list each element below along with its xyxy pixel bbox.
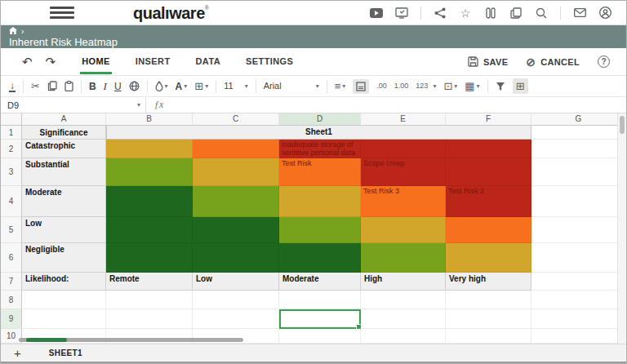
cell[interactable] (22, 291, 106, 309)
heatmap-cell[interactable] (193, 140, 279, 158)
row-header[interactable]: 3 (1, 158, 22, 186)
heatmap-cell[interactable] (106, 158, 193, 186)
cell-a5-label[interactable]: Low (22, 217, 106, 243)
heatmap-cell[interactable] (193, 158, 279, 186)
cell-a3-label[interactable]: Substantial (22, 158, 106, 186)
row-header[interactable]: 2 (1, 140, 22, 158)
cell-a2-label[interactable]: Catastrophic (22, 140, 106, 158)
cell[interactable] (361, 329, 446, 344)
column-header-f[interactable]: F (446, 113, 531, 126)
column-header-b[interactable]: B (106, 113, 193, 126)
cell[interactable] (531, 158, 626, 186)
number-format-button[interactable]: 123▾ (416, 82, 436, 90)
heatmap-cell[interactable] (106, 217, 193, 243)
cell-b1-f1-sheet-title[interactable]: Sheet1 (106, 126, 531, 140)
heatmap-cell[interactable] (361, 140, 446, 158)
cell-a7-likelihood-label[interactable]: Likelihood: (22, 273, 106, 291)
vertical-scrollbar-thumb[interactable] (620, 116, 625, 134)
column-header-a[interactable]: A (22, 113, 106, 126)
heatmap-cell[interactable] (106, 243, 193, 273)
tab-settings[interactable]: SETTINGS (244, 49, 295, 74)
cell[interactable] (531, 309, 626, 329)
import-icon[interactable]: ↓ (9, 81, 16, 92)
gridlines-toggle[interactable]: ⊞ (513, 78, 528, 94)
star-icon[interactable]: ☆ (459, 7, 472, 20)
screen-share-icon[interactable] (395, 7, 408, 20)
cancel-button[interactable]: ⊘ CANCEL (526, 55, 580, 69)
search-icon[interactable] (535, 7, 548, 20)
grid-corner[interactable] (1, 113, 22, 126)
cell[interactable] (193, 309, 279, 329)
row-header[interactable]: 4 (1, 186, 22, 217)
copy-icon[interactable] (47, 81, 57, 91)
cell[interactable] (193, 291, 279, 309)
cell-name-box[interactable]: D9 ▾ (1, 97, 146, 113)
cell-d7[interactable]: Moderate (279, 273, 361, 291)
namebox-dropdown-icon[interactable]: ▾ (137, 101, 140, 109)
heatmap-cell[interactable] (279, 217, 361, 243)
filter-icon[interactable] (496, 82, 505, 91)
column-header-c[interactable]: C (193, 113, 279, 126)
cell[interactable] (22, 309, 106, 329)
font-family-select[interactable]: Arial▾ (264, 82, 319, 91)
underline-button[interactable]: U (114, 82, 122, 91)
share-icon[interactable] (434, 7, 447, 20)
paste-icon[interactable] (64, 81, 73, 91)
undo-icon[interactable]: ↶ (22, 55, 33, 69)
cell-f7[interactable]: Very high (446, 273, 531, 291)
help-button[interactable]: ? (598, 55, 610, 68)
heatmap-cell[interactable] (193, 243, 279, 273)
row-header[interactable]: 6 (1, 243, 22, 273)
globe-icon[interactable] (129, 81, 140, 91)
heatmap-cell[interactable] (446, 158, 531, 186)
row-header[interactable]: 9 (1, 309, 22, 329)
font-size-select[interactable]: 11▾ (224, 82, 247, 91)
cell[interactable] (531, 273, 626, 291)
heatmap-cell[interactable] (446, 243, 531, 273)
cell-e7[interactable]: High (361, 273, 446, 291)
column-header-g[interactable]: G (531, 113, 626, 126)
vertical-align-button[interactable] (353, 79, 369, 94)
heatmap-cell[interactable] (361, 217, 446, 243)
cell[interactable] (361, 291, 446, 309)
heatmap-cell[interactable]: Test Risk 3 (361, 186, 446, 217)
add-sheet-button[interactable]: + (14, 347, 21, 359)
cell[interactable] (531, 186, 626, 217)
increase-decimal-button[interactable]: 1.00 (394, 82, 409, 90)
heatmap-cell[interactable]: Test Risk 2 (446, 186, 531, 217)
cell[interactable] (106, 309, 193, 329)
cell-a1-significance[interactable]: Significance (22, 126, 106, 140)
heatmap-cell[interactable] (279, 186, 361, 217)
heatmap-cell[interactable]: Inadequate storage of sentitive personal… (279, 140, 361, 158)
home-icon[interactable] (9, 27, 17, 36)
merge-cells-button[interactable]: ⊡▾ (443, 81, 457, 91)
cell-a6-label[interactable]: Negligible (22, 243, 106, 273)
hamburger-menu-icon[interactable] (50, 4, 74, 21)
selected-cell-d9[interactable] (279, 309, 361, 329)
cell[interactable] (531, 291, 626, 309)
cell[interactable] (531, 217, 626, 243)
cell[interactable] (531, 140, 626, 158)
save-button[interactable]: SAVE (468, 56, 508, 67)
cell-style-button[interactable]: ▦▾ (465, 81, 479, 91)
redo-icon[interactable]: ↷ (46, 55, 56, 69)
tab-home[interactable]: HOME (80, 49, 112, 74)
bold-button[interactable]: B (89, 82, 96, 91)
heatmap-cell[interactable] (446, 217, 531, 243)
row-header[interactable]: 5 (1, 217, 22, 243)
italic-button[interactable]: I (104, 81, 107, 91)
cell[interactable] (106, 291, 193, 309)
row-header[interactable]: 8 (1, 291, 22, 309)
fill-color-button[interactable]: ▾ (155, 81, 168, 91)
account-icon[interactable] (598, 7, 611, 20)
cell[interactable] (531, 329, 626, 344)
decrease-decimal-button[interactable]: .00 (376, 82, 387, 90)
text-color-button[interactable]: A▾ (176, 82, 188, 91)
cell-b7[interactable]: Remote (106, 273, 193, 291)
cell[interactable] (446, 309, 531, 329)
heatmap-cell[interactable] (279, 243, 361, 273)
video-icon[interactable] (370, 7, 383, 20)
copy-pages-icon[interactable] (509, 7, 522, 20)
cell[interactable] (279, 291, 361, 309)
horizontal-scrollbar[interactable] (19, 338, 243, 342)
